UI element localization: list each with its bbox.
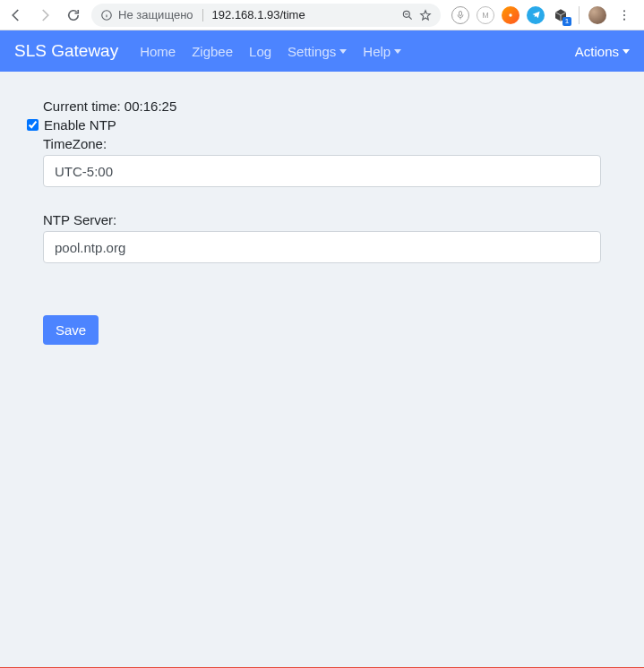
save-button[interactable]: Save: [43, 315, 99, 345]
ntpserver-field-group: NTP Server:: [43, 212, 601, 263]
enable-ntp-row: Enable NTP: [27, 117, 601, 133]
browser-menu-button[interactable]: [614, 4, 635, 26]
current-time-row: Current time: 00:16:25: [43, 98, 601, 114]
current-time-value: 00:16:25: [125, 98, 176, 114]
extension-icon-telegram[interactable]: [527, 6, 545, 24]
nav-settings[interactable]: Settings: [288, 44, 347, 59]
bookmark-star-icon[interactable]: [419, 9, 432, 21]
svg-point-11: [623, 13, 625, 15]
current-time-label: Current time:: [43, 98, 125, 114]
profile-avatar[interactable]: [588, 6, 606, 24]
back-button[interactable]: [5, 4, 27, 26]
svg-point-10: [623, 10, 625, 12]
enable-ntp-checkbox[interactable]: [27, 119, 39, 131]
nav-zigbee[interactable]: Zigbee: [192, 44, 233, 59]
chevron-down-icon: [623, 49, 630, 54]
extension-icon-1[interactable]: [451, 6, 469, 24]
nav-log[interactable]: Log: [249, 44, 271, 59]
svg-point-12: [623, 18, 625, 20]
address-bar[interactable]: Не защищено 192.168.1.93/time: [91, 4, 441, 27]
chevron-down-icon: [394, 49, 401, 54]
url-text: 192.168.1.93/time: [212, 8, 396, 21]
extension-badge: 1: [562, 17, 571, 26]
nav-home[interactable]: Home: [140, 44, 176, 59]
browser-toolbar: Не защищено 192.168.1.93/time M 1: [0, 0, 644, 30]
zoom-icon[interactable]: [401, 9, 414, 21]
extension-icon-3[interactable]: [502, 6, 519, 24]
brand-title[interactable]: SLS Gateway: [14, 41, 118, 61]
site-info-icon[interactable]: [100, 9, 113, 21]
timezone-label: TimeZone:: [43, 136, 601, 151]
extension-icon-2[interactable]: M: [477, 6, 494, 24]
timezone-field-group: TimeZone:: [43, 136, 601, 187]
enable-ntp-label: Enable NTP: [44, 117, 116, 133]
content-area: Current time: 00:16:25 Enable NTP TimeZo…: [0, 72, 644, 372]
extension-separator: [579, 6, 580, 24]
page-body: SLS Gateway Home Zigbee Log Settings Hel…: [0, 30, 644, 668]
omnibox-divider: [202, 9, 203, 21]
svg-rect-7: [459, 11, 462, 15]
timezone-input[interactable]: [43, 155, 601, 187]
nav-actions[interactable]: Actions: [575, 44, 630, 59]
app-navbar: SLS Gateway Home Zigbee Log Settings Hel…: [0, 30, 644, 72]
security-status-text: Не защищено: [118, 8, 193, 21]
svg-marker-6: [421, 10, 431, 19]
svg-line-4: [409, 16, 412, 19]
ntpserver-input[interactable]: [43, 231, 601, 263]
ntpserver-label: NTP Server:: [43, 212, 601, 227]
extension-icon-package[interactable]: 1: [552, 6, 570, 24]
extensions-area: M 1: [448, 4, 639, 26]
chevron-down-icon: [339, 49, 347, 54]
svg-point-9: [509, 13, 511, 16]
reload-button[interactable]: [63, 4, 84, 26]
nav-help[interactable]: Help: [363, 44, 401, 59]
forward-button[interactable]: [34, 4, 56, 26]
